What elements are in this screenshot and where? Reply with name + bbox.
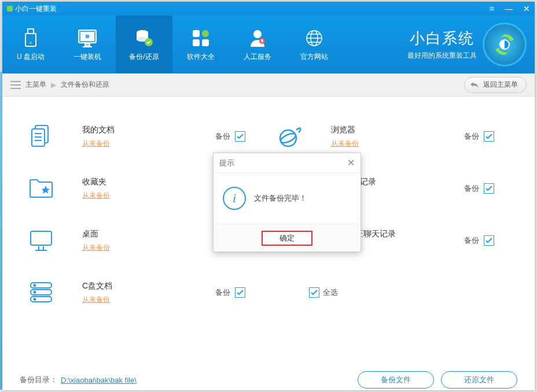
backup-path-link[interactable]: D:\xiaobai\bak\bak file\ (61, 376, 137, 384)
backup-files-button[interactable]: 备份文件 (358, 371, 434, 389)
alert-dialog: 提示 ✕ i 文件备份完毕！ 确定 (213, 153, 361, 252)
item-status[interactable]: 从未备份 (82, 139, 115, 149)
svg-point-39 (34, 298, 36, 300)
svg-rect-14 (202, 39, 209, 46)
title-bar: 小白一键重装 ≡ — ✕ (2, 2, 535, 16)
breadcrumb-root[interactable]: 主菜单 (25, 80, 46, 90)
svg-rect-11 (193, 30, 200, 37)
nav-backup-restore[interactable]: 备份/还原 (116, 16, 172, 73)
backup-label: 备份 (464, 235, 479, 246)
item-title: 浏览器 (331, 125, 359, 135)
svg-rect-7 (85, 34, 90, 39)
footer-path-row: 备份目录： D:\xiaobai\bak\bak file\ 备份文件 还原文件 (2, 368, 535, 391)
item-title: 我的文档 (82, 125, 115, 135)
backup-label: 备份 (215, 287, 230, 298)
app-icon (7, 6, 13, 12)
item-status[interactable]: 从未备份 (82, 243, 110, 253)
item-title: C盘文档 (82, 281, 112, 291)
backup-label: 备份 (464, 131, 479, 142)
item-cdisk: C盘文档 从未备份 备份 (20, 267, 268, 319)
list-icon (10, 81, 21, 89)
svg-point-2 (30, 42, 32, 44)
item-status[interactable]: 从未备份 (82, 295, 112, 305)
svg-point-15 (253, 30, 262, 38)
brand-area: 小白系统 最好用的系统重装工具 (407, 16, 535, 73)
chevron-right-icon: ▶ (51, 81, 56, 89)
return-main-button[interactable]: 返回主菜单 (464, 77, 527, 93)
svg-rect-13 (193, 39, 200, 46)
browser-icon (277, 123, 303, 150)
dialog-title: 提示 (219, 158, 234, 168)
nav-usb[interactable]: U 盘启动 (2, 16, 59, 73)
close-window-icon[interactable]: ✕ (523, 4, 530, 13)
path-label: 备份目录： (20, 375, 57, 385)
breadcrumb-bar: 主菜单 ▶ 文件备份和还原 返回主菜单 (2, 73, 535, 97)
database-icon (134, 28, 155, 49)
brand-title: 小白系统 (407, 28, 477, 49)
select-all-label: 全选 (323, 287, 338, 298)
item-status[interactable]: 从未备份 (82, 191, 110, 201)
select-all-row: 全选 (268, 267, 517, 319)
item-title: 桌面 (82, 229, 110, 239)
usb-icon (20, 28, 41, 49)
restore-files-button[interactable]: 还原文件 (441, 371, 517, 389)
monitor-icon (77, 28, 98, 49)
nav-bar: U 盘启动 一键装机 备份/还原 软件大全 人工服务 (2, 16, 535, 73)
backup-checkbox-aliww[interactable] (484, 235, 494, 246)
undo-icon (469, 80, 480, 90)
svg-point-37 (34, 284, 36, 286)
nav-software[interactable]: 软件大全 (172, 16, 229, 73)
dialog-message: 文件备份完毕！ (254, 193, 307, 204)
nav-support[interactable]: 人工服务 (229, 16, 286, 73)
svg-rect-5 (85, 44, 90, 46)
person-icon (247, 28, 268, 49)
apps-icon (190, 28, 211, 49)
documents-icon (28, 123, 54, 150)
item-title: 收藏夹 (82, 177, 110, 187)
nav-website[interactable]: 官方网站 (286, 16, 343, 73)
backup-label: 备份 (464, 183, 479, 194)
svg-rect-1 (25, 34, 36, 46)
brand-logo-icon (483, 23, 527, 66)
breadcrumb-current: 文件备份和还原 (61, 80, 109, 90)
backup-checkbox-documents[interactable] (235, 131, 245, 142)
desktop-monitor-icon (28, 227, 54, 254)
backup-checkbox-cdisk[interactable] (235, 287, 245, 298)
nav-oneclick[interactable]: 一键装机 (59, 16, 116, 73)
svg-rect-0 (28, 29, 34, 34)
backup-checkbox-browser[interactable] (484, 131, 494, 142)
favorites-folder-icon (28, 175, 54, 202)
brand-subtitle: 最好用的系统重装工具 (407, 51, 477, 61)
server-icon (28, 279, 54, 306)
globe-icon (304, 28, 325, 49)
svg-point-12 (202, 30, 209, 37)
backup-label: 备份 (215, 131, 230, 142)
backup-checkbox-qq[interactable] (484, 183, 494, 194)
svg-rect-30 (31, 231, 52, 245)
select-all-checkbox[interactable] (309, 287, 319, 298)
window-title: 小白一键重装 (15, 4, 57, 14)
dialog-ok-button[interactable]: 确定 (262, 231, 312, 246)
svg-point-38 (34, 291, 36, 293)
menu-icon[interactable]: ≡ (490, 4, 494, 13)
info-circle-icon: i (223, 187, 246, 210)
minimize-icon[interactable]: — (505, 4, 513, 13)
dialog-close-icon[interactable]: ✕ (347, 157, 355, 168)
item-status[interactable]: 从未备份 (331, 139, 359, 149)
